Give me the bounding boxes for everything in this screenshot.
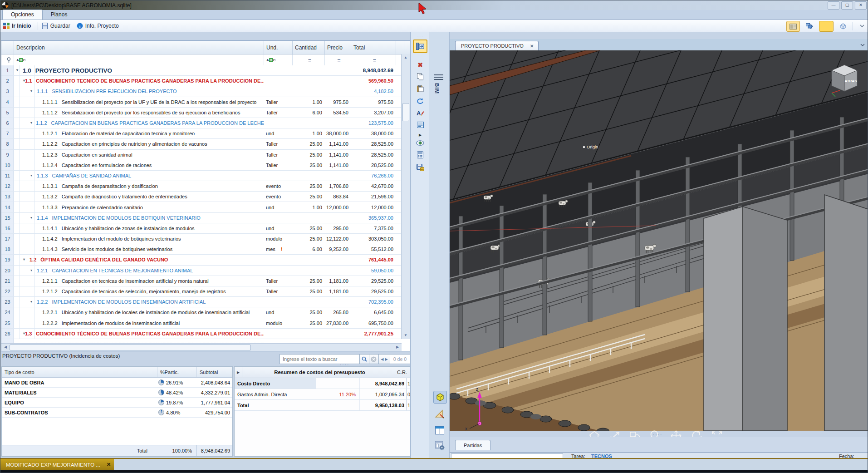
budget-row[interactable]: 161.1.4.1Ubicación y habilitacion de zon… xyxy=(1,223,402,234)
cascade-button[interactable] xyxy=(803,21,816,32)
cost-type-row[interactable]: SUB-CONTRATOS4.80%429,754.00 xyxy=(2,408,232,418)
guardar-button[interactable]: Guardar xyxy=(42,23,70,29)
scrollbar-thumb[interactable] xyxy=(10,345,251,350)
minimize-button[interactable]: — xyxy=(828,1,839,10)
model-3d-button[interactable] xyxy=(433,391,447,404)
expand-arrow-icon[interactable]: ▾ xyxy=(30,89,37,93)
budget-row[interactable]: 19▾1.2ÓPTIMA CALIDAD GENÉTICA DEL GANADO… xyxy=(1,255,402,265)
resumen-row[interactable]: Total9,950,138.031 xyxy=(235,400,411,411)
measure-button[interactable] xyxy=(433,408,446,420)
cube-view-button[interactable] xyxy=(836,21,850,32)
col-tipo-de-costo[interactable]: Tipo de costo xyxy=(2,367,157,377)
budget-row[interactable]: 251.2.2.2Implementacion de modulos de in… xyxy=(1,318,402,329)
budget-row[interactable]: 171.1.4.2Implementacion del modulo de bo… xyxy=(1,234,402,244)
filter-precio[interactable]: = xyxy=(325,54,351,66)
viewport-3d[interactable]: Origin ATRAS z x xyxy=(450,50,868,431)
close-tab-icon[interactable]: ✕ xyxy=(530,44,534,49)
pin-icon[interactable] xyxy=(1,54,14,66)
partida-input[interactable] xyxy=(451,453,563,458)
paste-button[interactable] xyxy=(414,83,426,94)
tab-opciones[interactable]: Opciones xyxy=(2,10,43,20)
horizontal-scrollbar[interactable]: ◀ ▶ xyxy=(1,343,402,351)
tab-planos[interactable]: Planos xyxy=(43,10,76,20)
filter-und[interactable]: ABC xyxy=(264,54,293,66)
budget-row[interactable]: 181.1.4.3Servicio de los modulos de boti… xyxy=(1,244,402,255)
layout-panes-button[interactable] xyxy=(786,21,800,32)
budget-row[interactable]: 91.1.2.3Capacitacion en sanidad animalTa… xyxy=(1,150,402,160)
yellow-tool-button[interactable] xyxy=(819,21,834,32)
expand-arrow-icon[interactable]: ▾ xyxy=(30,174,37,177)
col-partic[interactable]: %Partic. xyxy=(157,367,197,377)
assign-item-button[interactable] xyxy=(413,39,427,53)
budget-row[interactable]: 6▾1.1.2CAPACITACION EN BUENAS PRACTICAS … xyxy=(1,118,402,128)
budget-row[interactable]: 15▾1.1.4IMPLEMENTACION DE MODULOS DE BOT… xyxy=(1,213,402,223)
strip-handle[interactable]: ···· xyxy=(411,34,430,38)
window-layout-button[interactable] xyxy=(433,424,446,436)
budget-row[interactable]: 3▾1.1.1SENSIBILIZACION PRE EJECUCION DEL… xyxy=(1,86,402,97)
tarea-value[interactable]: TECNOS xyxy=(591,453,612,458)
budget-row[interactable]: 23▾1.2.2IMPLEMENTACION DE MODULOS DE INS… xyxy=(1,297,402,307)
col-cantidad[interactable]: Cantidad xyxy=(293,41,325,54)
expand-arrow-icon[interactable]: ▾ xyxy=(30,300,37,304)
copy-button[interactable] xyxy=(414,71,426,82)
filter-descripcion[interactable]: ABC xyxy=(14,54,264,66)
col-precio[interactable]: Precio xyxy=(325,41,351,54)
budget-row[interactable]: 11▾1.1.3CAMPAÑAS DE SANIDAD ANIMAL76,266… xyxy=(1,171,402,181)
expand-arrow-icon[interactable]: ▾ xyxy=(23,258,29,261)
budget-row[interactable]: 1▾1.0PROYECTO PRODUCTIVO8,948,042.69 xyxy=(1,65,402,76)
col-subtotal[interactable]: Subtotal xyxy=(197,367,232,377)
col-descripcion[interactable]: Descripcion xyxy=(14,41,264,54)
title-bar[interactable]: [C:\Users\PC\Desktop\BASE AGRONOMIA.sqli… xyxy=(0,0,868,10)
vertical-scrollbar[interactable]: ▲ ▼ xyxy=(401,54,410,339)
panel-settings-button[interactable] xyxy=(433,440,446,452)
cost-type-row[interactable]: EQUIPO19.87%1,777,961.04 xyxy=(2,398,232,408)
budget-row[interactable]: 211.2.1.1Capacitacion en tecnicas de ins… xyxy=(1,276,402,286)
budget-row[interactable]: 241.2.2.1Ubicación y habilitacion de loc… xyxy=(1,307,402,318)
cost-type-row[interactable]: MANO DE OBRA26.91%2,408,048.64 xyxy=(2,378,232,388)
expand-arrow-icon[interactable]: ▾ xyxy=(30,121,36,125)
report-button[interactable] xyxy=(414,119,426,130)
project-file-tab[interactable]: MODIFICADO EXP MEJORAMIENTO ... ✕ xyxy=(0,459,114,470)
scrollbar-thumb[interactable] xyxy=(402,103,409,121)
splitter-handle[interactable]: ···· xyxy=(653,432,662,437)
resumen-row[interactable]: Costo Directo8,948,042.691 xyxy=(235,378,411,389)
budget-row[interactable]: 121.1.3.1Campaña de desparasitacion y do… xyxy=(1,181,402,192)
bim-panel-label[interactable]: BIM xyxy=(434,83,440,94)
budget-row[interactable]: 71.1.2.1Elaboracion de material de capac… xyxy=(1,128,402,139)
delete-button[interactable]: ✖ xyxy=(414,59,426,70)
document-tab[interactable]: PROYECTO PRODUCTIVO ✕ xyxy=(455,41,539,50)
budget-row[interactable]: 81.1.2.2Capacitacion en principios de nu… xyxy=(1,139,402,149)
tab-partidas[interactable]: Partidas xyxy=(455,440,490,450)
col-und[interactable]: Und. xyxy=(264,41,293,54)
budget-row[interactable]: 51.1.1.2Sensibilizacion del proyecto por… xyxy=(1,108,402,118)
budget-row[interactable]: 26▾1.3CONOCIMIENTO TÉCNICO DE BUENAS PRA… xyxy=(1,329,402,339)
clear-search-button[interactable] xyxy=(369,354,379,364)
budget-row[interactable]: 101.1.2.4Capacitacion en formulacion de … xyxy=(1,160,402,171)
search-nav-buttons[interactable]: ◀▶ xyxy=(379,354,390,364)
cost-type-row[interactable]: MATERIALES48.42%4,332,279.01 xyxy=(2,388,232,398)
tab-list-chevron-icon[interactable] xyxy=(860,44,865,47)
resumen-row[interactable]: Gastos Admin. Directa11.20%1,002,095.340 xyxy=(235,389,411,400)
search-button[interactable] xyxy=(360,354,369,364)
expand-arrow-icon[interactable]: ▾ xyxy=(30,269,37,272)
ir-inicio-button[interactable]: Ir Inicio xyxy=(3,23,31,29)
filter-total[interactable]: = xyxy=(351,54,396,66)
budget-row[interactable]: 20▾1.2.1CAPACITACION EN TECNICAS DE MEJO… xyxy=(1,266,402,276)
calculator-button[interactable] xyxy=(414,149,426,160)
save-database-button[interactable] xyxy=(414,162,426,173)
budget-row[interactable]: 131.1.3.2Campaña de diagnostico y tratam… xyxy=(1,192,402,202)
close-button[interactable]: ✕ xyxy=(855,1,867,10)
expand-arrow-icon[interactable]: ▾ xyxy=(30,216,37,220)
info-proyecto-button[interactable]: i Info. Proyecto xyxy=(77,23,119,29)
budget-row[interactable]: 41.1.1.1Sensibilizacion del proyecto por… xyxy=(1,97,402,108)
scroll-down-icon[interactable]: ▼ xyxy=(402,332,410,339)
scroll-right-icon[interactable]: ▶ xyxy=(393,344,402,351)
format-button[interactable]: A xyxy=(414,108,426,118)
close-project-icon[interactable]: ✕ xyxy=(107,462,111,468)
expand-panel-icon[interactable]: ▶ xyxy=(235,367,242,377)
scroll-left-icon[interactable]: ◀ xyxy=(1,344,10,351)
col-total[interactable]: Total xyxy=(351,41,396,54)
budget-row[interactable]: 2▾1.1CONOCIMIENTO TECNICO DE BUENAS PRAC… xyxy=(1,76,402,86)
refresh-button[interactable] xyxy=(414,96,426,107)
collapse-chevron-icon[interactable] xyxy=(859,25,865,28)
